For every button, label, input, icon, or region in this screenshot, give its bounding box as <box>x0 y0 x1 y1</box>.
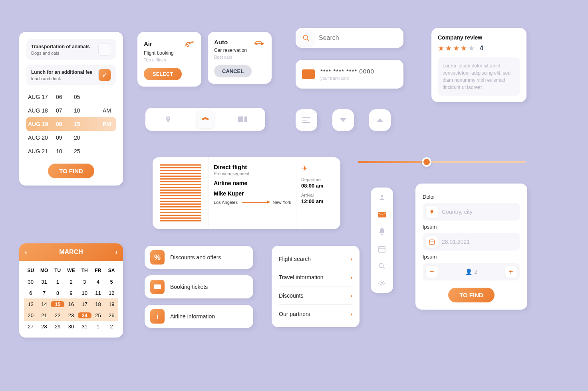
link-flight-search[interactable]: Flight search› <box>279 250 352 268</box>
svg-rect-6 <box>379 247 385 252</box>
rating-number: 4 <box>480 45 483 52</box>
percent-icon: % <box>150 250 165 265</box>
dropup-button[interactable] <box>369 109 391 131</box>
auto-subtitle: Car reservation <box>214 47 265 53</box>
person-icon: 👤 <box>465 269 472 275</box>
calendar-selected-day[interactable]: 15 <box>51 301 64 307</box>
links-panel: Flight search› Travel information› Disco… <box>272 246 360 327</box>
auto-note: Best cars <box>214 55 265 59</box>
airline-name: Airline name <box>214 180 291 186</box>
plane-icon <box>185 38 195 49</box>
option-subtitle: Dogs and cats <box>31 51 98 55</box>
review-title: Company review <box>438 34 520 41</box>
svg-point-4 <box>381 195 383 197</box>
bell-icon[interactable] <box>379 227 385 236</box>
action-booking[interactable]: Booking tickets <box>145 275 253 298</box>
calendar-prev[interactable]: ‹ <box>25 249 27 256</box>
form-label: Dolor <box>423 194 520 200</box>
air-card: Air Flight booking Top airlines SELECT <box>137 32 201 87</box>
range-slider[interactable] <box>358 158 526 166</box>
star-icon: ★ <box>468 44 475 53</box>
select-button[interactable]: SELECT <box>144 68 182 80</box>
tab-location[interactable] <box>159 111 177 128</box>
tab-layout[interactable] <box>234 111 251 128</box>
search-input[interactable] <box>319 34 401 41</box>
decrement-button[interactable]: − <box>426 266 438 278</box>
review-card: Company review ★ ★ ★ ★ ★ 4 Lorem ipsum d… <box>431 28 526 102</box>
form-submit-button[interactable]: TO FIND <box>448 288 495 302</box>
calendar: ‹ MARCH › SUMOTUWETHFRSA 303112345 67891… <box>19 243 123 338</box>
star-icon: ★ <box>461 44 467 53</box>
star-icon: ★ <box>453 44 459 53</box>
link-travel-info[interactable]: Travel information› <box>279 268 352 286</box>
svg-point-8 <box>381 282 383 284</box>
chevron-right-icon: › <box>350 256 352 262</box>
ticket-icon <box>150 280 165 294</box>
chevron-right-icon: › <box>350 311 352 317</box>
mail-icon[interactable] <box>378 210 386 219</box>
air-title: Air <box>144 40 152 47</box>
increment-button[interactable]: + <box>505 266 517 278</box>
calendar-next[interactable]: › <box>115 249 117 256</box>
checkbox-unchecked[interactable] <box>98 43 111 56</box>
menu-button[interactable] <box>296 109 317 131</box>
dropdown-button[interactable] <box>332 109 354 131</box>
review-body: Lorem ipsum dolor sit amet, consectetuer… <box>438 57 520 96</box>
date-field[interactable]: 28.01.2021 <box>423 233 520 251</box>
pin-icon <box>426 206 438 218</box>
svg-point-7 <box>379 264 383 268</box>
card-icon <box>302 69 315 79</box>
tab-flight[interactable] <box>197 111 214 128</box>
air-subtitle: Flight booking <box>144 50 195 56</box>
chevron-right-icon: › <box>350 274 352 280</box>
svg-rect-5 <box>378 212 386 217</box>
svg-rect-2 <box>244 117 247 122</box>
slider-thumb[interactable] <box>422 157 431 167</box>
search-icon[interactable] <box>298 30 314 46</box>
card-label: your bank card <box>320 76 397 81</box>
passenger-counter: − 👤2 + <box>423 263 520 280</box>
search-icon[interactable] <box>378 262 385 270</box>
star-icon: ★ <box>438 44 444 53</box>
bank-card[interactable]: **** **** **** 0000 your bank card <box>296 60 403 89</box>
auto-title: Auto <box>214 39 228 45</box>
air-note: Top airlines <box>144 57 195 62</box>
user-icon[interactable] <box>378 193 385 201</box>
svg-rect-9 <box>429 240 434 244</box>
to-city: New York <box>273 200 291 205</box>
svg-rect-1 <box>238 117 243 122</box>
action-discounts[interactable]: % Discounts and offers <box>145 246 253 269</box>
gear-icon[interactable] <box>378 279 385 287</box>
calendar-icon[interactable] <box>378 245 385 253</box>
tabs-card <box>145 108 265 131</box>
auto-card: Auto Car reservation Best cars CANCEL <box>208 32 272 84</box>
form-label: Ipsum <box>423 224 520 230</box>
passenger-name: Mike Kuper <box>214 190 291 197</box>
option-lunch[interactable]: Lunch for an additional fee lunch and dr… <box>26 65 116 85</box>
arrival-time: 12:00 am <box>301 198 336 204</box>
calendar-selected-day[interactable]: 24 <box>78 312 91 318</box>
link-discounts[interactable]: Discounts› <box>279 286 352 305</box>
to-find-button[interactable]: TO FIND <box>48 164 94 178</box>
option-animals[interactable]: Transportation of animals Dogs and cats <box>26 39 116 60</box>
time-picker[interactable]: AUG 170605 AUG 180710AM AUG 190815PM AUG… <box>26 90 116 158</box>
link-partners[interactable]: Our partners› <box>279 305 352 323</box>
location-field[interactable]: Country, city <box>423 203 520 221</box>
vertical-nav <box>371 188 393 293</box>
search-form: Dolor Country, city Ipsum 28.01.2021 Ips… <box>415 184 527 310</box>
calendar-month: MARCH <box>59 249 83 256</box>
svg-rect-3 <box>154 284 161 289</box>
star-rating: ★ ★ ★ ★ ★ 4 <box>438 44 520 53</box>
checkbox-checked[interactable]: ✓ <box>98 69 111 81</box>
departure-time: 08:00 am <box>301 183 336 189</box>
from-city: Los Angeles <box>214 200 238 205</box>
form-label: Ipsum <box>423 254 520 260</box>
card-number: **** **** **** 0000 <box>320 68 397 75</box>
cancel-button[interactable]: CANCEL <box>214 65 252 77</box>
chevron-right-icon: › <box>350 292 352 299</box>
action-info[interactable]: i Airline information <box>145 305 253 328</box>
arrival-label: Arrival <box>301 193 336 197</box>
route-arrow-icon <box>242 202 269 203</box>
car-icon <box>253 38 265 46</box>
ticket-card: Direct flight Premium segment Airline na… <box>153 157 340 229</box>
